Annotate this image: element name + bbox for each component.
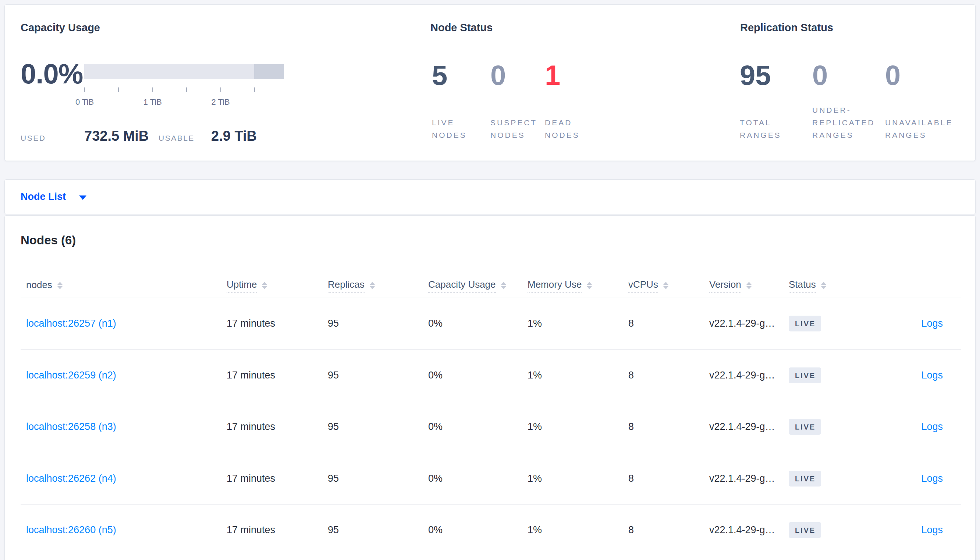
node-list-dropdown[interactable]: Node List	[21, 191, 87, 202]
logs-link[interactable]: Logs	[921, 318, 943, 329]
capacity-usage-title: Capacity Usage	[21, 22, 100, 34]
node-status-metrics: 5 LIVE NODES 0 SUSPECT NODES 1 DEAD NODE…	[432, 62, 607, 142]
view-selector-card: Node List	[4, 179, 976, 214]
capacity-bar-reserved-segment	[254, 64, 284, 79]
node-address-link[interactable]: localhost:26262 (n4)	[26, 473, 116, 484]
memory-use-cell: 1%	[527, 370, 628, 381]
capacity-usage-cell: 0%	[428, 370, 527, 381]
version-cell: v22.1.4-29-g…	[709, 524, 789, 536]
axis-tick-label: 1 TiB	[144, 97, 162, 107]
version-cell: v22.1.4-29-g…	[709, 318, 789, 329]
table-row: localhost:26258 (n3) 17 minutes 95 0% 1%…	[21, 401, 961, 453]
live-nodes-label: LIVE NODES	[432, 117, 480, 142]
node-list-dropdown-label: Node List	[21, 191, 66, 202]
replicas-cell: 95	[328, 524, 428, 536]
axis-tick	[220, 87, 221, 92]
suspect-nodes-label: SUSPECT NODES	[490, 117, 538, 142]
axis-tick	[84, 87, 85, 92]
replicas-cell: 95	[328, 318, 428, 329]
node-address-link[interactable]: localhost:26260 (n5)	[26, 524, 116, 536]
uptime-cell: 17 minutes	[227, 421, 328, 432]
chevron-down-icon	[79, 195, 87, 200]
dead-nodes-value: 1	[545, 62, 607, 89]
column-header-version[interactable]: Version	[709, 279, 789, 293]
capacity-usage-cell: 0%	[428, 524, 527, 536]
sort-icon	[262, 282, 267, 289]
sort-icon	[587, 282, 592, 289]
status-badge: LIVE	[789, 471, 821, 487]
capacity-usage-cell: 0%	[428, 473, 527, 484]
replicas-cell: 95	[328, 421, 428, 432]
logs-link[interactable]: Logs	[921, 370, 943, 381]
suspect-nodes-value: 0	[490, 62, 545, 89]
table-row: localhost:26257 (n1) 17 minutes 95 0% 1%…	[21, 298, 961, 350]
capacity-bar	[84, 64, 284, 79]
used-label: USED	[21, 134, 46, 143]
replicas-cell: 95	[328, 473, 428, 484]
sort-icon	[57, 282, 62, 289]
memory-use-cell: 1%	[527, 524, 628, 536]
nodes-section-title: Nodes (6)	[21, 233, 76, 247]
sort-icon	[663, 282, 669, 289]
status-badge: LIVE	[789, 419, 821, 435]
axis-tick	[118, 87, 119, 92]
vcpus-cell: 8	[628, 421, 709, 432]
version-cell: v22.1.4-29-g…	[709, 370, 789, 381]
uptime-cell: 17 minutes	[227, 370, 328, 381]
table-header-row: nodes Uptime Replicas Capacity Usage Mem…	[21, 275, 961, 298]
dead-nodes-metric: 1 DEAD NODES	[545, 62, 607, 142]
axis-tick-label: 2 TiB	[212, 97, 230, 107]
capacity-usage-cell: 0%	[428, 421, 527, 432]
replication-status-title: Replication Status	[740, 22, 833, 34]
total-ranges-value: 95	[740, 62, 812, 89]
unavailable-ranges-metric: 0 UNAVAILABLE RANGES	[885, 62, 968, 142]
uptime-cell: 17 minutes	[227, 473, 328, 484]
version-cell: v22.1.4-29-g…	[709, 473, 789, 484]
axis-tick	[152, 87, 153, 92]
node-status-title: Node Status	[430, 22, 493, 34]
suspect-nodes-metric: 0 SUSPECT NODES	[490, 62, 545, 142]
cluster-overview-card: Capacity Usage 0.0% 0 TiB 1 TiB 2 TiB US…	[4, 4, 976, 161]
status-badge: LIVE	[789, 367, 821, 383]
under-replicated-ranges-metric: 0 UNDER-REPLICATED RANGES	[812, 62, 885, 142]
replication-metrics: 95 TOTAL RANGES 0 UNDER-REPLICATED RANGE…	[740, 62, 968, 142]
column-header-memory-use[interactable]: Memory Use	[527, 279, 628, 293]
axis-tick	[186, 87, 187, 92]
uptime-cell: 17 minutes	[227, 524, 328, 536]
column-header-status[interactable]: Status	[789, 279, 901, 293]
nodes-table-card: Nodes (6) nodes Uptime Replicas Capacity…	[4, 215, 976, 560]
sort-icon	[821, 282, 826, 289]
column-header-nodes[interactable]: nodes	[21, 279, 227, 293]
memory-use-cell: 1%	[527, 473, 628, 484]
capacity-percent: 0.0%	[21, 60, 83, 88]
sort-icon	[746, 282, 752, 289]
vcpus-cell: 8	[628, 318, 709, 329]
node-address-link[interactable]: localhost:26259 (n2)	[26, 370, 116, 381]
uptime-cell: 17 minutes	[227, 318, 328, 329]
capacity-usage-cell: 0%	[428, 318, 527, 329]
logs-link[interactable]: Logs	[921, 473, 943, 484]
node-address-link[interactable]: localhost:26258 (n3)	[26, 421, 116, 432]
column-header-capacity-usage[interactable]: Capacity Usage	[428, 279, 527, 293]
capacity-axis: 0 TiB 1 TiB 2 TiB	[84, 87, 284, 93]
vcpus-cell: 8	[628, 473, 709, 484]
under-replicated-ranges-value: 0	[812, 62, 885, 89]
status-badge: LIVE	[789, 522, 821, 538]
logs-link[interactable]: Logs	[921, 421, 943, 432]
column-header-vcpus[interactable]: vCPUs	[628, 279, 709, 293]
table-row: localhost:26262 (n4) 17 minutes 95 0% 1%…	[21, 453, 961, 505]
live-nodes-metric: 5 LIVE NODES	[432, 62, 490, 142]
sort-icon	[370, 282, 375, 289]
axis-tick	[254, 87, 255, 92]
memory-use-cell: 1%	[527, 421, 628, 432]
node-address-link[interactable]: localhost:26257 (n1)	[26, 318, 116, 329]
dead-nodes-label: DEAD NODES	[545, 117, 593, 142]
status-badge: LIVE	[789, 316, 821, 332]
unavailable-ranges-label: UNAVAILABLE RANGES	[885, 117, 965, 142]
unavailable-ranges-value: 0	[885, 62, 968, 89]
column-header-replicas[interactable]: Replicas	[328, 279, 428, 293]
vcpus-cell: 8	[628, 524, 709, 536]
logs-link[interactable]: Logs	[921, 524, 943, 536]
column-header-uptime[interactable]: Uptime	[227, 279, 328, 293]
replicas-cell: 95	[328, 370, 428, 381]
